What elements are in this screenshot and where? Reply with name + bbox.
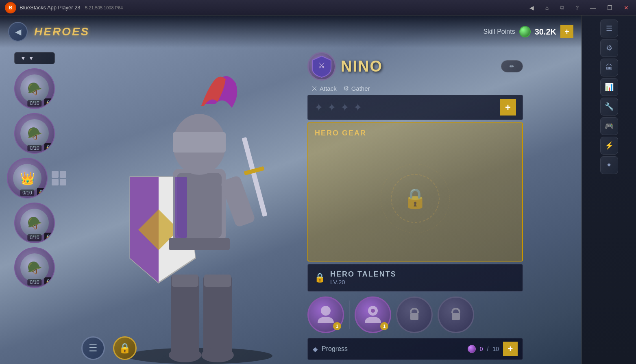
home-nav-btn[interactable]: ⌂	[543, 4, 551, 12]
edit-hero-button[interactable]: ✏	[501, 60, 523, 72]
progress-separator: /	[487, 346, 489, 352]
sidebar-icon-4[interactable]: 📊	[600, 78, 618, 96]
star-3: ✦	[340, 101, 349, 114]
grid-cell-4	[60, 179, 67, 186]
star-2: ✦	[327, 101, 336, 114]
edit-icon: ✏	[510, 63, 514, 70]
svg-point-13	[169, 348, 201, 362]
hero-tags: ⚔ Attack ⚙ Gather	[307, 85, 523, 92]
hero-avatar-5[interactable]: 🪖 🔒 0/10	[14, 247, 55, 288]
skill-1-count: 1	[333, 322, 341, 330]
svg-rect-12	[204, 275, 231, 287]
progress-diamond-icon: ◆	[313, 345, 318, 353]
progress-current: 0	[480, 346, 483, 352]
sidebar-icon-6[interactable]: 🎮	[600, 117, 618, 135]
progress-label: Progress	[322, 345, 464, 353]
game-header: ◀ HEROES Skill Points 30.2K +	[0, 15, 582, 48]
skill-bubble-4[interactable]	[438, 296, 474, 333]
gather-icon: ⚙	[343, 85, 349, 92]
sidebar-icon-1[interactable]: ☰	[600, 20, 618, 37]
skill-points-value: 30.2K	[535, 27, 556, 37]
hero-avatar-3[interactable]: 👑 🔒 0/10	[7, 158, 48, 198]
filter-icon: ▼	[20, 55, 26, 61]
gear-circle-inner	[391, 174, 440, 223]
title-bar: B BlueStacks App Player 23 5.21.505.1008…	[0, 0, 636, 15]
skill-bubble-1[interactable]: 1	[307, 296, 344, 333]
hero-name: NINO	[341, 58, 383, 75]
skill-2-count: 1	[380, 322, 388, 330]
star-4: ✦	[353, 101, 362, 114]
grid-cell-2	[60, 171, 67, 178]
list-view-button[interactable]: ☰	[81, 336, 105, 360]
sidebar-icon-3[interactable]: 🏛	[600, 59, 618, 76]
minimize-btn[interactable]: —	[588, 4, 598, 12]
hero-knight-svg	[98, 55, 301, 364]
restore-btn[interactable]: ❐	[605, 4, 615, 12]
hero-name-bar: ⚔ NINO ✏	[307, 52, 523, 81]
lock-button[interactable]: 🔒	[113, 336, 137, 360]
tag-attack: ⚔ Attack	[311, 85, 337, 92]
hero-lock-2: 🔒	[44, 143, 52, 151]
hero-avatar-4[interactable]: 🪖 🔒 0/10	[14, 203, 55, 243]
skill-bubble-2[interactable]: 1	[355, 296, 391, 333]
stars-row: ✦ ✦ ✦ ✦ +	[307, 95, 523, 120]
hero-talents-panel[interactable]: 🔒 HERO TALENTS LV.20	[307, 264, 523, 292]
tag-gather-label: Gather	[351, 85, 370, 92]
svg-point-18	[321, 306, 331, 316]
hero-lock-3: 🔒	[37, 188, 45, 196]
tag-attack-label: Attack	[320, 85, 337, 92]
gear-area: 🔒	[315, 142, 516, 255]
window-controls: ◀ ⌂ ⧉ ? — ❐ ✕	[527, 3, 631, 12]
hero-gear-title: HERO GEAR	[315, 129, 516, 137]
skill-points-area: Skill Points 30.2K +	[483, 25, 573, 38]
progress-row: ◆ Progress 0 / 10 +	[307, 338, 523, 360]
page-title: HEROES	[34, 25, 483, 38]
back-icon: ◀	[15, 27, 21, 37]
sidebar-icon-8[interactable]: ✦	[600, 156, 618, 174]
svg-rect-22	[452, 313, 460, 320]
svg-rect-7	[173, 132, 226, 153]
hero-count-3: 0/10	[20, 190, 34, 196]
tag-gather: ⚙ Gather	[343, 85, 370, 92]
tab-nav-btn[interactable]: ⧉	[558, 3, 566, 12]
skill-points-gem-icon	[519, 26, 531, 37]
back-button[interactable]: ◀	[8, 22, 28, 41]
close-btn[interactable]: ✕	[621, 4, 631, 12]
hero-count-5: 0/10	[27, 279, 41, 286]
back-nav-btn[interactable]: ◀	[527, 4, 536, 12]
hero-image-area	[61, 31, 338, 364]
sidebar-icon-5[interactable]: 🔧	[600, 98, 618, 116]
hero-count-2: 0/10	[27, 145, 41, 151]
skill-bubble-3[interactable]	[396, 296, 433, 333]
hero-skills-row: 1 1	[307, 294, 523, 336]
hero-lock-1: 🔒	[44, 98, 52, 107]
skill-divider	[349, 301, 350, 329]
hero-count-4: 0/10	[27, 234, 41, 241]
app-logo: B	[5, 2, 16, 13]
star-1: ✦	[314, 101, 323, 114]
hero-count-1: 0/10	[27, 100, 41, 107]
talent-level: LV.20	[330, 279, 396, 286]
talent-info: HERO TALENTS LV.20	[330, 270, 396, 286]
skill-points-label: Skill Points	[483, 28, 515, 35]
grid-cell-1	[52, 171, 59, 178]
svg-rect-15	[169, 238, 230, 250]
hero-avatar-2[interactable]: 🪖 🔒 0/10	[14, 113, 55, 154]
add-star-button[interactable]: +	[500, 99, 516, 116]
filter-button[interactable]: ▼ ▼	[14, 52, 55, 64]
lock-icon: 🔒	[119, 342, 131, 354]
sidebar-icon-2[interactable]: ⚙	[600, 39, 618, 57]
hero-avatar-1[interactable]: 🪖 🔒 0/10	[14, 68, 55, 109]
grid-view-icon[interactable]	[52, 171, 66, 185]
hero-shield-icon: ⚔	[307, 52, 336, 81]
hero-gear-panel: HERO GEAR 🔒	[307, 122, 523, 262]
progress-gem-icon	[468, 345, 476, 353]
add-skill-points-button[interactable]: +	[560, 25, 573, 38]
add-progress-button[interactable]: +	[503, 342, 518, 356]
talent-title: HERO TALENTS	[330, 270, 396, 279]
svg-rect-16	[175, 177, 187, 238]
help-btn[interactable]: ?	[573, 4, 581, 12]
grid-cell-3	[52, 179, 59, 186]
list-icon: ☰	[89, 342, 98, 354]
sidebar-icon-7[interactable]: ⚡	[600, 137, 618, 155]
